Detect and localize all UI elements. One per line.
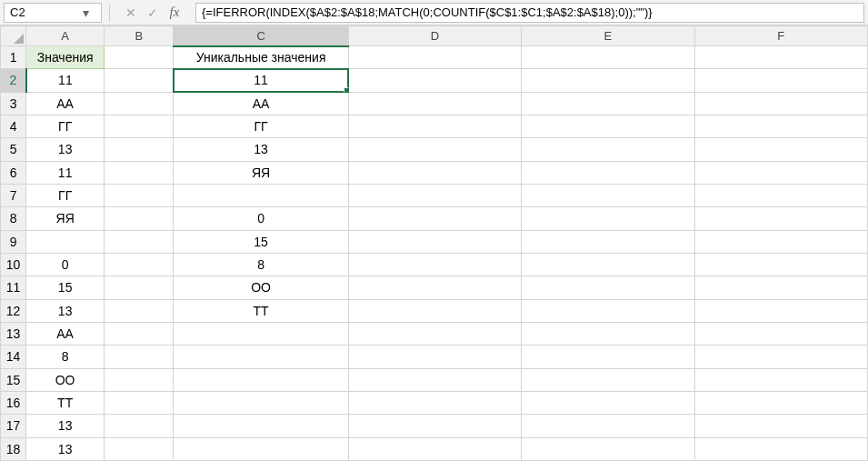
cell-D2[interactable]	[348, 69, 521, 92]
cell-B12[interactable]	[105, 299, 174, 322]
row-header-4[interactable]: 4	[1, 115, 26, 137]
cell-A12[interactable]: 13	[26, 299, 105, 322]
row-header-6[interactable]: 6	[1, 161, 26, 184]
row-header-17[interactable]: 17	[1, 415, 26, 437]
cell-E8[interactable]	[522, 207, 694, 230]
row-header-7[interactable]: 7	[1, 184, 26, 206]
col-header-A[interactable]: A	[26, 26, 105, 46]
cell-B18[interactable]	[105, 437, 174, 460]
row-header-14[interactable]: 14	[1, 346, 26, 368]
col-header-D[interactable]: D	[348, 26, 521, 46]
cell-F16[interactable]	[694, 391, 867, 414]
row-header-1[interactable]: 1	[1, 46, 26, 69]
cell-B17[interactable]	[105, 415, 174, 437]
insert-function-button[interactable]: fx	[165, 4, 185, 22]
row-header-12[interactable]: 12	[1, 299, 26, 322]
cell-B10[interactable]	[105, 253, 174, 276]
cell-A6[interactable]: 11	[26, 161, 105, 184]
cell-E3[interactable]	[522, 92, 694, 115]
formula-input[interactable]	[195, 3, 864, 23]
cell-F8[interactable]	[694, 207, 867, 230]
cell-F12[interactable]	[694, 299, 867, 322]
cell-F18[interactable]	[694, 437, 867, 460]
cell-D12[interactable]	[348, 299, 521, 322]
cell-D15[interactable]	[348, 368, 521, 391]
cell-A1[interactable]: Значения	[26, 46, 105, 69]
cell-B2[interactable]	[105, 69, 174, 92]
cell-C15[interactable]	[174, 368, 348, 391]
cell-D13[interactable]	[348, 322, 521, 345]
cell-B1[interactable]	[105, 46, 174, 69]
cell-B6[interactable]	[105, 161, 174, 184]
row-header-5[interactable]: 5	[1, 138, 26, 161]
cell-E9[interactable]	[522, 230, 694, 253]
cell-E2[interactable]	[522, 69, 694, 92]
cell-A14[interactable]: 8	[26, 346, 105, 368]
cell-D1[interactable]	[348, 46, 521, 69]
cell-F11[interactable]	[694, 276, 867, 299]
cell-A11[interactable]: 15	[26, 276, 105, 299]
cell-E17[interactable]	[522, 415, 694, 437]
cancel-button[interactable]: ✕	[121, 4, 141, 22]
enter-button[interactable]: ✓	[143, 4, 163, 22]
row-header-16[interactable]: 16	[1, 391, 26, 414]
row-header-9[interactable]: 9	[1, 230, 26, 253]
cell-D3[interactable]	[348, 92, 521, 115]
cell-B11[interactable]	[105, 276, 174, 299]
row-header-3[interactable]: 3	[1, 92, 26, 115]
cell-F7[interactable]	[694, 184, 867, 206]
row-header-10[interactable]: 10	[1, 253, 26, 276]
cell-C12[interactable]: ТТ	[174, 299, 348, 322]
cell-C10[interactable]: 8	[174, 253, 348, 276]
col-header-C[interactable]: C	[174, 26, 348, 46]
cell-C5[interactable]: 13	[174, 138, 348, 161]
cell-C2[interactable]: 11	[174, 69, 348, 92]
cell-A17[interactable]: 13	[26, 415, 105, 437]
col-header-F[interactable]: F	[694, 26, 867, 46]
cell-E6[interactable]	[522, 161, 694, 184]
cell-F4[interactable]	[694, 115, 867, 137]
row-header-8[interactable]: 8	[1, 207, 26, 230]
cell-E5[interactable]	[522, 138, 694, 161]
cell-E1[interactable]	[522, 46, 694, 69]
cell-C8[interactable]: 0	[174, 207, 348, 230]
cell-A2[interactable]: 11	[26, 69, 105, 92]
cell-F14[interactable]	[694, 346, 867, 368]
cell-A15[interactable]: ОО	[26, 368, 105, 391]
cell-E10[interactable]	[522, 253, 694, 276]
cell-C9[interactable]: 15	[174, 230, 348, 253]
cell-D16[interactable]	[348, 391, 521, 414]
cell-E15[interactable]	[522, 368, 694, 391]
cell-B7[interactable]	[105, 184, 174, 206]
cell-E18[interactable]	[522, 437, 694, 460]
cell-C16[interactable]	[174, 391, 348, 414]
cell-B15[interactable]	[105, 368, 174, 391]
cell-C7[interactable]	[174, 184, 348, 206]
cell-D6[interactable]	[348, 161, 521, 184]
name-box-input[interactable]	[5, 4, 77, 22]
cell-E11[interactable]	[522, 276, 694, 299]
cell-E16[interactable]	[522, 391, 694, 414]
cell-C3[interactable]: АА	[174, 92, 348, 115]
cell-A8[interactable]: ЯЯ	[26, 207, 105, 230]
spreadsheet-grid[interactable]: A B C D E F 1ЗначенияУникальные значения…	[0, 25, 868, 461]
cell-D11[interactable]	[348, 276, 521, 299]
cell-F2[interactable]	[694, 69, 867, 92]
cell-A16[interactable]: ТТ	[26, 391, 105, 414]
row-header-13[interactable]: 13	[1, 322, 26, 345]
cell-F15[interactable]	[694, 368, 867, 391]
cell-D14[interactable]	[348, 346, 521, 368]
cell-E4[interactable]	[522, 115, 694, 137]
cell-C13[interactable]	[174, 322, 348, 345]
cell-E13[interactable]	[522, 322, 694, 345]
cell-A4[interactable]: ГГ	[26, 115, 105, 137]
cell-B16[interactable]	[105, 391, 174, 414]
cell-D10[interactable]	[348, 253, 521, 276]
cell-D4[interactable]	[348, 115, 521, 137]
cell-B8[interactable]	[105, 207, 174, 230]
name-box[interactable]: ▾	[4, 3, 102, 23]
cell-C4[interactable]: ГГ	[174, 115, 348, 137]
cell-F3[interactable]	[694, 92, 867, 115]
cell-E7[interactable]	[522, 184, 694, 206]
cell-F1[interactable]	[694, 46, 867, 69]
